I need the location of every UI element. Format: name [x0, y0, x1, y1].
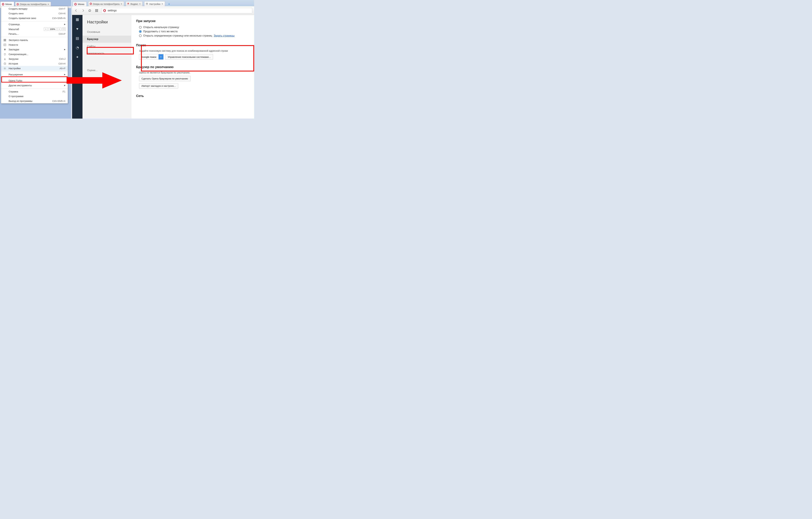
menu-item[interactable]: ЗагрузкиCtrl+J: [1, 57, 68, 61]
radio-option[interactable]: Продолжить с того же места: [136, 29, 249, 34]
menu-button[interactable]: Меню: [73, 2, 87, 6]
svg-rect-47: [97, 10, 98, 11]
svg-point-29: [75, 3, 76, 5]
radio-icon: [139, 30, 142, 33]
speed-dial-button[interactable]: [94, 8, 99, 13]
make-default-browser-button[interactable]: Сделать Opera браузером по умолчанию: [139, 76, 191, 81]
grid-icon: [3, 39, 6, 41]
tabs-strip: Опера на телефон/Opera✕ЯЯндекс✕Настройки…: [87, 1, 165, 6]
news-icon[interactable]: ▤: [75, 36, 80, 40]
section-description: Opera не является браузером по умолчанию…: [136, 71, 249, 76]
menu-item[interactable]: СправкаF1: [1, 89, 68, 94]
import-bookmarks-button[interactable]: Импорт закладок и настроек...: [139, 83, 178, 89]
zoom-out-button[interactable]: ‹: [44, 27, 48, 31]
reload-button[interactable]: [88, 8, 92, 13]
option-label: Продолжить с того же места: [143, 30, 177, 33]
close-icon[interactable]: ✕: [48, 3, 49, 5]
opera-icon: [74, 3, 77, 5]
svg-rect-43: [96, 9, 97, 10]
menu-item[interactable]: Синхронизация...: [1, 52, 68, 57]
menu-zoom-row: Масштаб‹100%›⛶: [1, 27, 68, 31]
opera-icon: [2, 3, 4, 5]
sidebar-item[interactable]: Основные: [83, 28, 131, 35]
svg-point-33: [147, 3, 147, 4]
menu-item-label: Создать вкладку: [9, 7, 59, 10]
menu-item[interactable]: Создать приватное окноCtrl+Shift+N: [1, 16, 68, 21]
menu-item-label: Закладки: [9, 48, 63, 51]
radio-option[interactable]: Открыть определенную страницу или нескол…: [136, 34, 249, 38]
svg-rect-6: [5, 39, 6, 40]
manage-search-engines-button[interactable]: Управление поисковыми системами...: [165, 54, 213, 60]
menu-item[interactable]: Закладки▶: [1, 47, 68, 52]
opera-window-settings: Меню Опера на телефон/Opera✕ЯЯндекс✕Наст…: [72, 0, 254, 119]
menu-button[interactable]: Меню: [0, 2, 14, 6]
menu-item[interactable]: ИсторияCtrl+H: [1, 61, 68, 66]
menu-item-label: Opera Turbo: [9, 79, 65, 82]
zoom-in-button[interactable]: ›: [57, 27, 61, 31]
tab-title: Опера на телефон/Opera: [20, 3, 47, 5]
chevron-right-icon: ▶: [63, 23, 65, 25]
sidebar-item[interactable]: Безопасность: [83, 50, 131, 57]
close-icon[interactable]: ✕: [139, 3, 141, 5]
close-icon[interactable]: ✕: [120, 3, 122, 5]
menu-item[interactable]: Экспресс-панель: [1, 38, 68, 42]
set-pages-link[interactable]: Задать страницы: [214, 34, 234, 37]
zoom-fullscreen-button[interactable]: ⛶: [62, 27, 66, 31]
menu-item[interactable]: Расширения▶: [1, 72, 68, 77]
svg-line-25: [5, 69, 6, 69]
tab[interactable]: ЯЯндекс✕: [126, 1, 143, 6]
heart-icon[interactable]: ♥: [75, 27, 80, 31]
grid-icon[interactable]: ▦: [75, 17, 80, 22]
close-icon[interactable]: ✕: [162, 3, 163, 5]
menu-separator: [1, 37, 68, 37]
history-icon[interactable]: ◔: [75, 46, 80, 50]
radio-option[interactable]: Открыть начальную страницу: [136, 25, 249, 29]
new-tab-button[interactable]: ＋: [166, 2, 172, 6]
menu-item-label: Загрузки: [9, 58, 59, 60]
svg-rect-48: [95, 11, 96, 12]
download-icon: [3, 58, 6, 60]
menu-item[interactable]: Новости: [1, 42, 68, 47]
menu-item[interactable]: Opera Turbo: [1, 78, 68, 83]
menu-item[interactable]: Создать окноCtrl+N: [1, 11, 68, 16]
menu-item[interactable]: О программе: [1, 94, 68, 98]
opera-window-menu-open: Меню Опера на телефон/Opera ✕ Создать вк…: [0, 0, 71, 119]
menu-item[interactable]: Печать...Ctrl+P: [1, 31, 68, 36]
svg-line-38: [146, 3, 146, 3]
svg-line-26: [4, 69, 4, 69]
yandex-icon: Я: [127, 3, 129, 5]
address-bar[interactable]: [102, 8, 252, 13]
svg-rect-44: [97, 9, 98, 10]
menu-item[interactable]: Другие инструменты▶: [1, 83, 68, 88]
svg-line-41: [148, 3, 148, 3]
section-network: Сеть: [136, 94, 249, 98]
sidebar-item[interactable]: Браузер: [83, 35, 131, 43]
menu-item-label: Настройки: [9, 67, 60, 70]
heart-icon: [3, 48, 6, 51]
section-title: Сеть: [136, 94, 249, 98]
menu-item-shortcut: Ctrl+Shift+N: [52, 17, 65, 20]
gear-icon: [3, 67, 6, 70]
tab[interactable]: Опера на телефон/Opera✕: [88, 1, 124, 6]
zoom-label: Масштаб: [9, 28, 44, 31]
menu-item[interactable]: Создать вкладкуCtrl+T: [1, 6, 68, 11]
menu-item[interactable]: Выход из программыCtrl+Shift+X: [1, 98, 68, 103]
opera-icon: [90, 3, 92, 5]
menu-item[interactable]: НастройкиAlt+P: [1, 66, 68, 71]
tab[interactable]: Настройки✕: [144, 1, 165, 6]
address-input[interactable]: [108, 9, 251, 12]
extensions-icon[interactable]: ✦: [75, 55, 80, 59]
back-button[interactable]: [74, 8, 78, 13]
sidebar-item[interactable]: Сайты: [83, 43, 131, 50]
svg-rect-10: [4, 40, 4, 41]
toolbar: [72, 6, 254, 15]
menu-item[interactable]: Страница▶: [1, 22, 68, 27]
forward-button[interactable]: [81, 8, 85, 13]
tab[interactable]: Опера на телефон/Opera ✕: [15, 2, 51, 6]
menu-item-label: История: [9, 62, 58, 65]
svg-line-24: [4, 67, 4, 68]
menu-item-label: Синхронизация...: [9, 53, 65, 56]
option-label: Открыть определенную страницу или нескол…: [143, 34, 212, 37]
content-area: ▦ ♥ ▤ ◔ ✦ Настройки ОсновныеБраузерСайты…: [72, 15, 254, 119]
search-engine-select[interactable]: Google поиск ▾: [139, 54, 164, 60]
